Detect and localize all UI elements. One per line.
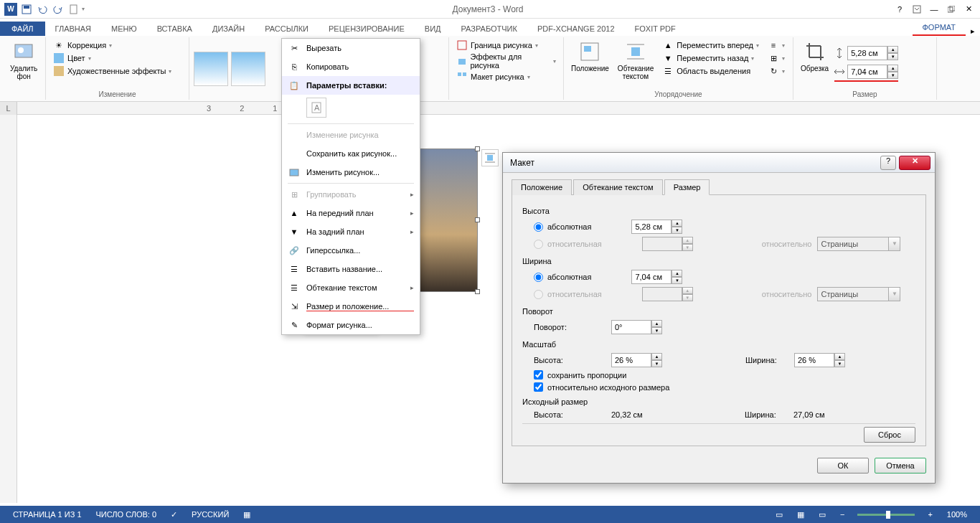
language-indicator[interactable]: РУССКИЙ (184, 510, 236, 519)
word-count[interactable]: ЧИСЛО СЛОВ: 0 (89, 510, 164, 519)
tab-foxit[interactable]: Foxit PDF (625, 22, 686, 36)
width-input[interactable] (847, 65, 887, 79)
artistic-effects-button[interactable]: Художественные эффекты▾ (50, 65, 184, 77)
ctx-copy[interactable]: ⎘Копировать (282, 57, 420, 76)
ctx-size-position[interactable]: ⇲Размер и положение... (282, 297, 420, 316)
tab-mailings[interactable]: РАССЫЛКИ (255, 22, 319, 36)
height-up[interactable]: ▲ (887, 46, 898, 53)
bring-forward-button[interactable]: ▲Переместить вперед▾ (659, 39, 762, 52)
group-button[interactable]: ⊞▾ (765, 52, 788, 65)
remove-background-button[interactable]: Удалить фон (7, 39, 40, 98)
wrap-text-button[interactable]: Обтекание текстом (615, 39, 656, 89)
ctx-save-as-picture[interactable]: Сохранить как рисунок... (282, 144, 420, 163)
paste-option-1[interactable]: A (306, 98, 326, 118)
picture-effects-button[interactable]: Эффекты для рисунка▾ (453, 52, 559, 70)
tab-pdfxchange[interactable]: PDF-XChange 2012 (527, 22, 625, 36)
horizontal-ruler[interactable]: L 321 (0, 102, 980, 115)
align-button[interactable]: ≡▾ (765, 39, 788, 52)
scale-width-input[interactable] (794, 353, 834, 367)
tab-home[interactable]: ГЛАВНАЯ (45, 22, 101, 36)
zoom-level[interactable]: 100% (940, 510, 974, 519)
view-read-icon[interactable]: ▭ (768, 510, 790, 519)
resize-handle-tr[interactable] (475, 146, 480, 151)
page-indicator[interactable]: СТРАНИЦА 1 ИЗ 1 (6, 510, 89, 519)
tab-insert[interactable]: ВСТАВКА (147, 22, 202, 36)
width-absolute-radio[interactable]: абсолютная (534, 273, 591, 282)
relative-original-checkbox[interactable]: относительно исходного размера (534, 382, 669, 392)
lock-ratio-checkbox[interactable]: сохранить пропорции (534, 370, 626, 380)
minimize-icon[interactable]: — (925, 1, 943, 18)
tab-selector[interactable]: L (0, 102, 17, 115)
color-button[interactable]: Цвет▾ (50, 52, 184, 65)
ok-button[interactable]: ОК (817, 458, 869, 473)
view-print-icon[interactable]: ▦ (790, 510, 811, 519)
picture-border-button[interactable]: Граница рисунка▾ (453, 39, 559, 52)
dialog-help-button[interactable]: ? (880, 156, 896, 170)
dlg-tab-wrap[interactable]: Обтекание текстом (573, 179, 663, 195)
height-input[interactable] (847, 46, 887, 60)
tab-design[interactable]: ДИЗАЙН (202, 22, 255, 36)
dlg-tab-position[interactable]: Положение (512, 179, 572, 195)
resize-handle-br[interactable] (475, 289, 480, 294)
help-icon[interactable]: ? (891, 1, 908, 18)
cancel-button[interactable]: Отмена (875, 458, 926, 473)
zoom-in-button[interactable]: + (920, 510, 939, 519)
undo-icon[interactable] (34, 1, 50, 17)
tab-review[interactable]: РЕЦЕНЗИРОВАНИЕ (319, 22, 415, 36)
ctx-format-picture[interactable]: ✎Формат рисунка... (282, 316, 420, 334)
dialog-close-button[interactable]: ✕ (899, 156, 930, 170)
height-relative-radio[interactable]: относительная (534, 240, 602, 249)
layout-options-button[interactable] (481, 149, 499, 166)
height-absolute-radio[interactable]: абсолютная (534, 222, 591, 232)
rotation-input[interactable] (611, 320, 651, 334)
restore-icon[interactable] (943, 1, 960, 18)
picture-style-2[interactable] (231, 52, 265, 86)
ctx-change-picture[interactable]: Изменить рисунок... (282, 163, 420, 182)
ctx-bring-front[interactable]: ▲На передний план▸ (282, 204, 420, 222)
width-icon (834, 67, 844, 77)
width-relative-radio[interactable]: относительная (534, 290, 602, 299)
close-icon[interactable]: ✕ (960, 1, 977, 18)
ctx-insert-caption[interactable]: ☰Вставить название... (282, 260, 420, 278)
ctx-cut[interactable]: ✂Вырезать (282, 39, 420, 57)
selection-pane-button[interactable]: ☰Область выделения (659, 65, 762, 77)
crop-button[interactable]: Обрезка (798, 39, 831, 89)
ribbon-options-icon[interactable] (908, 1, 925, 18)
dlg-tab-size[interactable]: Размер (664, 179, 710, 195)
zoom-slider[interactable] (857, 514, 915, 516)
spellcheck-icon[interactable]: ✓ (164, 510, 184, 519)
reset-button[interactable]: Сброс (864, 427, 915, 443)
width-abs-input[interactable] (631, 270, 672, 284)
send-backward-button[interactable]: ▼Переместить назад▾ (659, 52, 762, 65)
height-abs-input[interactable] (631, 220, 672, 234)
position-button[interactable]: Положение (568, 39, 612, 89)
redo-icon[interactable] (50, 1, 66, 17)
height-down[interactable]: ▼ (887, 53, 898, 60)
ctx-wrap-text[interactable]: ☰Обтекание текстом▸ (282, 278, 420, 297)
tab-format[interactable]: ФОРМАТ (913, 20, 966, 36)
svg-rect-19 (487, 155, 493, 161)
tab-developer[interactable]: РАЗРАБОТЧИК (451, 22, 527, 36)
new-icon[interactable] (66, 1, 82, 17)
ctx-send-back[interactable]: ▼На задний план▸ (282, 222, 420, 241)
resize-handle-r[interactable] (475, 217, 480, 222)
picture-style-1[interactable] (194, 52, 228, 86)
scale-height-input[interactable] (611, 353, 651, 367)
tab-menu[interactable]: Меню (101, 22, 147, 36)
save-icon[interactable] (19, 1, 34, 17)
tab-view[interactable]: ВИД (415, 22, 451, 36)
tab-file[interactable]: ФАЙЛ (0, 22, 45, 36)
corrections-button[interactable]: ☀Коррекция▾ (50, 39, 184, 52)
picture-layout-button[interactable]: Макет рисунка▾ (453, 70, 559, 83)
ribbon-collapse-icon[interactable]: ▸ (966, 27, 980, 36)
rotate-button[interactable]: ↻▾ (765, 65, 788, 77)
width-down[interactable]: ▼ (887, 72, 898, 79)
art-icon (53, 65, 65, 77)
ctx-hyperlink[interactable]: 🔗Гиперссылка... (282, 241, 420, 260)
macro-icon[interactable]: ▦ (236, 510, 258, 519)
view-web-icon[interactable]: ▭ (811, 510, 833, 519)
vertical-ruler[interactable] (0, 115, 17, 503)
dialog-titlebar[interactable]: Макет ? ✕ (503, 153, 935, 173)
width-up[interactable]: ▲ (887, 65, 898, 72)
zoom-out-button[interactable]: − (833, 510, 852, 519)
